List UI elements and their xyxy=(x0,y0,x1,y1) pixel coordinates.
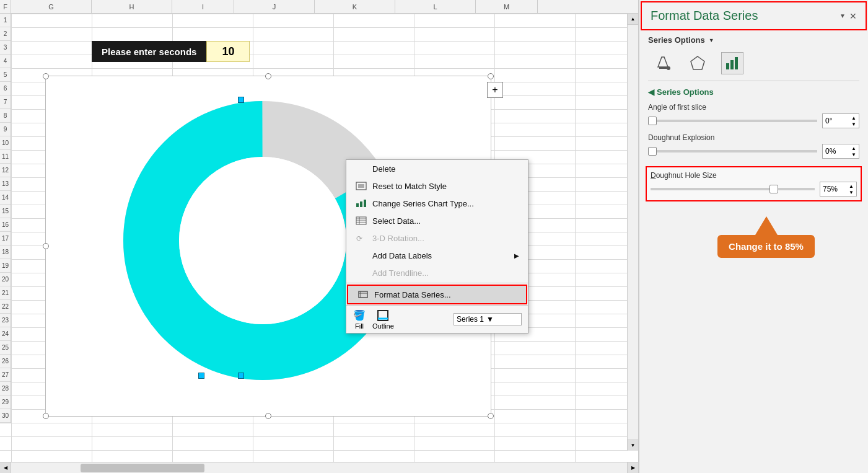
hole-slider-thumb[interactable] xyxy=(769,185,778,193)
icon-row xyxy=(639,48,868,78)
bar-chart-icon-btn[interactable] xyxy=(721,52,743,74)
handle-bm[interactable] xyxy=(265,413,271,419)
col-scroll-spacer xyxy=(538,0,549,13)
handle-tl[interactable] xyxy=(43,73,49,79)
seconds-area: Please enter seconds 10 xyxy=(92,41,250,62)
ctx-delete[interactable]: Delete xyxy=(346,160,528,177)
horizontal-scroll-thumb[interactable] xyxy=(81,464,204,472)
tooltip-box: Change it to 85% xyxy=(717,235,815,258)
donut-select-bottom2 xyxy=(198,373,204,379)
panel-title: Format Data Series xyxy=(651,9,840,23)
svg-marker-20 xyxy=(658,57,668,67)
angle-slider-thumb[interactable] xyxy=(648,117,657,125)
donut-select-top xyxy=(238,97,244,103)
angle-label: Angle of first slice xyxy=(648,103,859,112)
angle-spin-arrows[interactable]: ▲ ▼ xyxy=(851,115,856,127)
hole-underline-d: D xyxy=(651,171,656,180)
format-data-series-titlebar: Format Data Series ▼ ✕ xyxy=(641,1,867,30)
ctx-add-labels[interactable]: Add Data Labels ▶ xyxy=(346,247,528,264)
hole-spin-input[interactable]: 75% ▲ ▼ xyxy=(820,182,857,197)
hole-spin-arrows[interactable]: ▲ ▼ xyxy=(849,183,854,195)
explosion-label-text: Doughnut Explosion xyxy=(648,133,714,142)
ctx-format-series[interactable]: Format Data Series... xyxy=(347,285,527,304)
row-num-21: 21 xyxy=(0,286,11,300)
row-num-29: 29 xyxy=(0,396,11,409)
series-options-section-label: Series Options xyxy=(657,87,714,97)
right-panel: Format Data Series ▼ ✕ Series Options ▼ … xyxy=(639,0,868,473)
scroll-track[interactable] xyxy=(628,25,638,440)
hole-spin-down[interactable]: ▼ xyxy=(849,190,854,195)
explosion-spin-down[interactable]: ▼ xyxy=(851,152,856,157)
angle-label-text: Angle of first slice xyxy=(648,103,706,112)
row-num-22: 22 xyxy=(0,300,11,314)
ctx-reset[interactable]: Reset to Match Style xyxy=(346,177,528,195)
handle-tm[interactable] xyxy=(265,73,271,79)
col-header-g: G xyxy=(11,0,92,13)
row-num-6: 6 xyxy=(0,82,11,95)
panel-dropdown-icon[interactable]: ▼ xyxy=(840,12,846,19)
donut-select-bottom xyxy=(238,373,244,379)
panel-section-triangle-icon: ◀ xyxy=(648,87,654,97)
explosion-slider-thumb[interactable] xyxy=(648,147,657,156)
pentagon-icon-btn[interactable] xyxy=(686,52,709,74)
fill-label: Fill xyxy=(355,322,364,330)
row-num-30: 30 xyxy=(0,409,11,423)
chart-plus-button[interactable]: + xyxy=(487,82,503,98)
handle-br[interactable] xyxy=(488,413,494,419)
ctx-add-trendline[interactable]: Add Trendline... xyxy=(346,264,528,281)
explosion-spin-arrows[interactable]: ▲ ▼ xyxy=(851,146,856,157)
svg-marker-23 xyxy=(691,56,704,69)
explosion-spin-input[interactable]: 0% ▲ ▼ xyxy=(822,144,859,159)
svg-rect-7 xyxy=(364,200,366,207)
hole-spin-up[interactable]: ▲ xyxy=(849,183,854,189)
row-num-15: 15 xyxy=(0,205,11,218)
explosion-label: Doughnut Explosion xyxy=(648,133,859,142)
handle-tr[interactable] xyxy=(488,73,494,79)
ctx-select-data[interactable]: Select Data... xyxy=(346,212,528,229)
handle-bl[interactable] xyxy=(43,413,49,419)
context-menu: Delete Reset to Match Style Change Serie… xyxy=(346,159,528,334)
handle-ml[interactable] xyxy=(43,243,49,249)
angle-spin-down[interactable]: ▼ xyxy=(851,122,856,127)
seconds-value[interactable]: 10 xyxy=(206,41,250,62)
tooltip-text: Change it to 85% xyxy=(729,241,804,252)
ctx-bottom-bar: 🪣 Fill Outline Series 1 ▼ xyxy=(346,305,528,333)
explosion-spin-up[interactable]: ▲ xyxy=(851,146,856,151)
col-header-h: H xyxy=(92,0,172,13)
ctx-change-type[interactable]: Change Series Chart Type... xyxy=(346,195,528,212)
hole-slider-track[interactable] xyxy=(651,188,815,190)
vertical-scrollbar[interactable]: ▲ ▼ xyxy=(627,14,638,451)
scroll-right-arrow[interactable]: ▶ xyxy=(627,462,638,473)
row-num-20: 20 xyxy=(0,273,11,286)
hole-slider-row: 75% ▲ ▼ xyxy=(651,182,857,197)
col-header-i: I xyxy=(172,0,234,13)
panel-close-button[interactable]: ✕ xyxy=(849,11,857,21)
angle-spin-up[interactable]: ▲ xyxy=(851,115,856,121)
rotation-icon: ⟳ xyxy=(355,233,367,243)
hole-size-label: Doughnut Hole Size xyxy=(651,171,857,180)
panel-section-series-options[interactable]: ◀ Series Options xyxy=(639,84,868,100)
horizontal-scroll-track[interactable] xyxy=(11,462,627,473)
series-options-row[interactable]: Series Options ▼ xyxy=(639,32,868,48)
scroll-down-arrow[interactable]: ▼ xyxy=(628,440,638,451)
row-num-5: 5 xyxy=(0,68,11,82)
row-num-24: 24 xyxy=(0,327,11,341)
ctx-rotation[interactable]: ⟳ 3-D Rotation... xyxy=(346,229,528,247)
fill-icon-btn[interactable]: 🪣 Fill xyxy=(353,309,366,330)
row-num-7: 7 xyxy=(0,95,11,109)
bottom-scrollbar[interactable]: ◀ ▶ xyxy=(0,462,638,473)
row-num-11: 11 xyxy=(0,150,11,164)
scroll-up-arrow[interactable]: ▲ xyxy=(628,14,638,25)
angle-slider-track[interactable] xyxy=(648,120,817,122)
paint-bucket-icon-btn[interactable] xyxy=(652,52,674,74)
scroll-left-arrow[interactable]: ◀ xyxy=(0,462,11,473)
explosion-slider-track[interactable] xyxy=(648,150,817,153)
series-dropdown[interactable]: Series 1 ▼ xyxy=(454,313,522,325)
ctx-change-type-label: Change Series Chart Type... xyxy=(372,199,474,208)
col-header-m: M xyxy=(476,0,538,13)
explosion-slider-row: 0% ▲ ▼ xyxy=(648,144,859,159)
outline-icon-btn[interactable]: Outline xyxy=(372,309,394,330)
row-num-10: 10 xyxy=(0,136,11,150)
reset-style-icon xyxy=(355,181,367,191)
angle-spin-input[interactable]: 0° ▲ ▼ xyxy=(822,113,859,128)
